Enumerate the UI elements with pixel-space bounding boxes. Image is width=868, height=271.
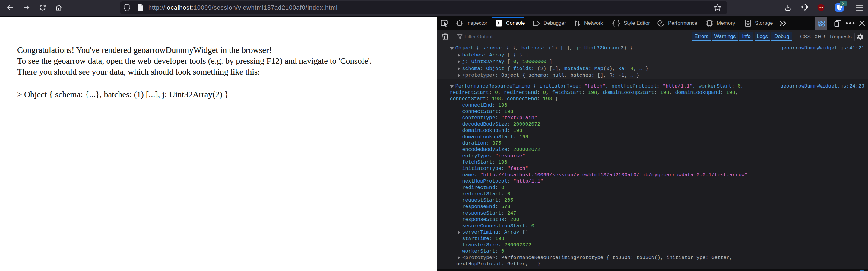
svg-text:uO: uO bbox=[819, 6, 823, 9]
